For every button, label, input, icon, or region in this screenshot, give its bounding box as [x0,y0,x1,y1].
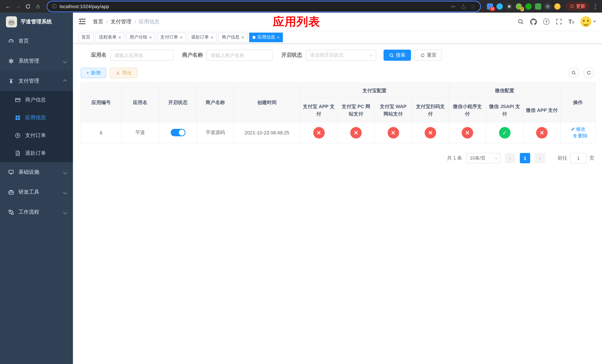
sidebar-item-dev-tools[interactable]: 研发工具 [0,182,73,202]
header-search-button[interactable] [517,19,524,25]
tab-label: 支付订单 [160,34,178,40]
browser-back-button[interactable]: ← [3,1,13,11]
page-content: 应用名 商户名称 开启状态 请选择开启状态 [73,44,602,364]
help-button[interactable]: ? [543,19,549,25]
tab-close-icon[interactable]: × [149,35,152,39]
add-button[interactable]: + 新增 [81,68,106,78]
edit-button[interactable]: 修改 [570,126,586,133]
tab-close-icon[interactable]: × [241,35,244,39]
sidebar-item-home[interactable]: 首页 [0,31,73,51]
tab-label: 流程表单 [99,34,117,40]
merchant-name-input[interactable] [207,50,272,61]
extension-icon-3[interactable] [506,3,512,10]
browser-update-button[interactable]: 更新 [566,2,589,11]
extension-icon-2[interactable] [496,3,503,10]
sidebar-item-pay-orders[interactable]: 支付订单 [0,127,73,144]
pagination-total: 共 1 条 [447,155,462,161]
bookmark-star-button[interactable]: ☆ [470,3,476,10]
user-avatar-button[interactable] [580,16,596,27]
refresh-icon [420,53,425,58]
config-status-icon [313,127,324,138]
tab-user-group[interactable]: 用户分组 × [126,32,155,42]
sidebar-item-label: 工作流程 [19,209,39,215]
status-toggle[interactable] [171,129,185,136]
browser-reload-button[interactable] [23,1,33,11]
search-button[interactable]: 搜索 [384,50,411,61]
tab-close-icon[interactable]: × [118,35,121,39]
tab-app-info[interactable]: 应用信息 × [249,32,283,42]
col-alipay-app: 支付宝 APP 支付 [300,98,337,122]
breadcrumb-payment[interactable]: 支付管理 [111,18,131,25]
export-button[interactable]: 导出 [110,68,137,78]
goto-page-group: 前往 页 [558,153,594,163]
breadcrumb-separator: / [134,19,136,25]
search-icon [517,19,524,25]
extension-icon-4[interactable]: 1 [516,3,522,10]
extension-icon-7[interactable] [545,3,551,10]
breadcrumb-home[interactable]: 首页 [93,18,103,25]
app-name-input[interactable] [110,50,173,61]
sidebar-item-refund-orders[interactable]: 退款订单 [0,144,73,162]
status-select[interactable]: 请选择开启状态 [306,50,376,61]
config-status-icon [350,127,362,138]
sidebar-item-workflow[interactable]: 工作流程 [0,202,73,222]
tab-home[interactable]: 首页 [78,32,94,42]
next-page-button[interactable]: › [535,153,545,163]
sidebar-item-system[interactable]: 系统管理 [0,51,73,71]
fullscreen-button[interactable] [556,19,562,25]
config-status-icon [387,127,399,138]
col-app-id: 应用编号 [81,83,121,122]
extension-icon-8[interactable] [554,3,560,10]
extension-icon-5[interactable] [525,3,532,10]
password-key-button[interactable] [450,3,456,9]
filter-form: 应用名 商户名称 开启状态 请选择开启状态 [81,50,594,61]
refresh-table-button[interactable] [583,67,594,78]
browser-menu-button[interactable]: ⋮ [592,3,599,10]
page-size-select[interactable]: 10条/页 [466,153,501,163]
site-info-icon[interactable]: ⓘ [52,3,57,10]
toggle-search-button[interactable] [568,67,579,78]
sidebar-item-infrastructure[interactable]: 基础设施 [0,162,73,182]
reset-label: 重置 [427,52,437,58]
tab-close-icon[interactable]: × [180,35,183,39]
reset-button[interactable]: 重置 [415,50,442,61]
browser-home-button[interactable]: ⌂ [33,1,43,11]
prev-page-button[interactable]: ‹ [505,153,515,163]
table-row: 6 芋道 芋道源码 2021-10-23 08:49:25 [81,122,595,143]
tab-refund-orders[interactable]: 退款订单 × [188,32,216,42]
share-button[interactable] [460,3,466,9]
tab-pay-orders[interactable]: 支付订单 × [157,32,186,42]
breadcrumb: 首页 / 支付管理 / 应用信息 [93,18,160,25]
tab-close-icon[interactable]: × [211,35,213,39]
cell-app-name: 芋道 [121,122,159,143]
extension-icon-1[interactable]: 10 [487,3,493,10]
col-app-name: 应用名 [121,83,159,122]
search-icon [571,70,576,75]
sidebar-logo-row[interactable]: 芋道管理系统 [0,13,73,31]
tab-process-form[interactable]: 流程表单 × [96,32,124,42]
sidebar-item-merchant-info[interactable]: 商户信息 [0,91,73,109]
sidebar-item-label: 首页 [19,38,29,44]
chevron-down-icon [495,156,498,159]
tab-close-icon[interactable]: × [277,35,280,39]
sidebar-item-label: 商户信息 [25,97,46,103]
tab-merchant-info[interactable]: 商户信息 × [218,32,247,42]
extension-icon-6[interactable] [535,3,541,10]
delete-button[interactable]: 删除 [573,133,588,139]
address-bar[interactable]: ⓘ localhost:1024/pay/app ☆ [47,1,480,11]
sidebar-collapse-button[interactable] [79,18,86,25]
goto-page-input[interactable] [570,153,586,163]
github-button[interactable] [530,18,537,25]
chevron-down-icon [369,53,373,56]
browser-forward-button[interactable]: → [13,1,23,11]
sidebar-item-payment[interactable]: 支付管理 [0,71,73,91]
chevron-down-icon [63,190,67,194]
font-size-button[interactable]: TT [568,19,574,25]
page-number-1[interactable]: 1 [520,153,530,163]
toolbox-icon [8,189,14,195]
col-created: 创建时间 [234,83,300,122]
sidebar-item-app-info[interactable]: 应用信息 [0,109,73,127]
tags-view-bar: 首页 流程表单 × 用户分组 × 支付订单 × 退款订单 × [73,31,602,44]
monitor-icon [8,169,14,175]
pay-order-icon [15,133,21,139]
